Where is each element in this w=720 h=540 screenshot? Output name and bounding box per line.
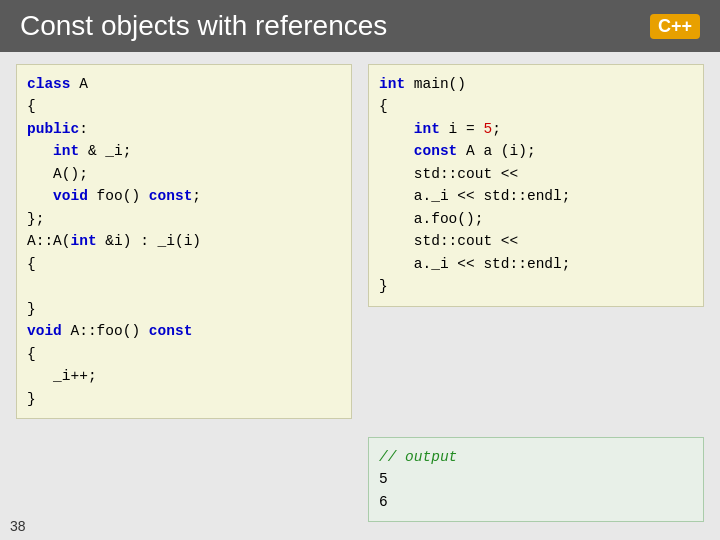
slide: Const objects with references C++ class …: [0, 0, 720, 540]
right-panel: int main() { int i = 5; const A a (i); s…: [368, 64, 704, 522]
left-code-panel: class A { public: int & _i; A(); void fo…: [16, 64, 352, 522]
title-bar: Const objects with references C++: [0, 0, 720, 52]
left-code-text: class A { public: int & _i; A(); void fo…: [27, 73, 341, 410]
page-number: 38: [10, 518, 26, 534]
output-text: // output 5 6: [379, 446, 693, 513]
content-area: class A { public: int & _i; A(); void fo…: [0, 52, 720, 534]
slide-title: Const objects with references: [20, 10, 387, 42]
left-code-block: class A { public: int & _i; A(); void fo…: [16, 64, 352, 419]
output-block: // output 5 6: [368, 437, 704, 522]
right-code-text: int main() { int i = 5; const A a (i); s…: [379, 73, 693, 298]
right-code-block: int main() { int i = 5; const A a (i); s…: [368, 64, 704, 307]
cpp-badge: C++: [650, 14, 700, 39]
